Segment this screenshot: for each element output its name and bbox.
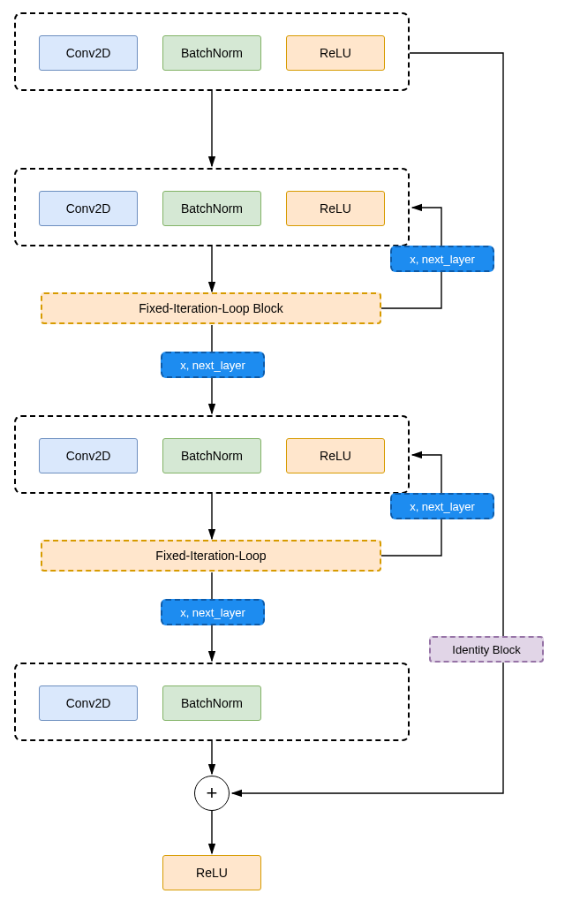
final-relu: ReLU [162,855,261,890]
fixed-iteration-loop: Fixed-Iteration-Loop [41,540,381,572]
conv2d-box: Conv2D [39,35,138,71]
relu-label: ReLU [320,46,351,60]
loop1-out-tag: x, next_layer [161,352,265,378]
loop1-back-tag: x, next_layer [390,246,494,272]
block-4: Conv2D BatchNorm [14,663,410,741]
batchnorm-label: BatchNorm [181,46,243,60]
conv2d-box: Conv2D [39,438,138,473]
batchnorm-box: BatchNorm [162,191,261,226]
block-3: Conv2D BatchNorm ReLU [14,415,410,494]
batchnorm-box: BatchNorm [162,685,261,721]
block-2: Conv2D BatchNorm ReLU [14,168,410,246]
add-node: + [194,776,230,811]
relu-box: ReLU [286,438,385,473]
batchnorm-box: BatchNorm [162,438,261,473]
conv2d-box: Conv2D [39,191,138,226]
relu-box: ReLU [286,191,385,226]
fixed-iteration-loop-block: Fixed-Iteration-Loop Block [41,292,381,324]
conv2d-box: Conv2D [39,685,138,721]
diagram-canvas: Conv2D BatchNorm ReLU Conv2D BatchNorm R… [0,0,565,924]
identity-block: Identity Block [429,636,544,663]
batchnorm-box: BatchNorm [162,35,261,71]
relu-box: ReLU [286,35,385,71]
block-1: Conv2D BatchNorm ReLU [14,12,410,91]
loop2-back-tag: x, next_layer [390,493,494,519]
loop2-out-tag: x, next_layer [161,599,265,625]
conv2d-label: Conv2D [66,46,111,60]
